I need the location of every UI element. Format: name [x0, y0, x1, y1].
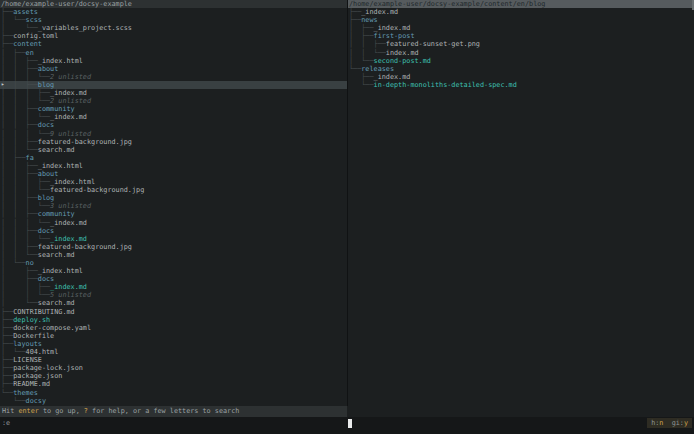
- tree-row[interactable]: │ │ └──search.md: [0, 146, 347, 154]
- tree-branch-lines: │ │ ├──: [1, 243, 38, 251]
- tree-branch-lines: ├──: [1, 8, 13, 16]
- tree-row[interactable]: │ │ │ ├──_index.html: [0, 178, 347, 186]
- flag-value: n: [659, 419, 663, 427]
- tree-branch-lines: │ ├──: [1, 275, 38, 283]
- tree-row[interactable]: ├──package.json: [0, 372, 347, 380]
- tree-row[interactable]: │ │ │ └──_index.md: [0, 219, 347, 227]
- entry-name: _index.html: [38, 162, 83, 170]
- status-text: for help, or a few letters to search: [88, 407, 239, 415]
- entry-name: _index.html: [50, 178, 95, 186]
- tree-row[interactable]: ├──_index.md: [348, 8, 694, 16]
- tree-row[interactable]: └──themes: [0, 389, 347, 397]
- entry-name: LICENSE: [13, 356, 42, 364]
- tree-branch-lines: │ │ │ └──: [1, 73, 50, 81]
- tree-row[interactable]: ├──config.toml: [0, 32, 347, 40]
- tree-row[interactable]: │ │ └──index.md: [348, 49, 694, 57]
- tree-branch-lines: └──: [1, 389, 13, 397]
- flags-display: h:n gi:y: [647, 418, 692, 428]
- entry-name: featured-background.jpg: [50, 186, 144, 194]
- tree-branch-lines: │ │ │ └──: [1, 186, 50, 194]
- tree-row[interactable]: │ │ │ └──2 unlisted: [0, 73, 347, 81]
- entry-name: _index.md: [50, 235, 87, 243]
- tree-row[interactable]: │ │ ├──about: [0, 65, 347, 73]
- tree-branch-lines: └──: [349, 81, 374, 89]
- entry-name: search.md: [38, 251, 75, 259]
- tree-row[interactable]: │ │ │ ├──_index.md: [0, 89, 347, 97]
- tree-branch-lines: │ │ │ ├──: [1, 89, 50, 97]
- tree-row[interactable]: │ │ └──search.md: [0, 251, 347, 259]
- tree-row[interactable]: ├──docker-compose.yaml: [0, 324, 347, 332]
- tree-row[interactable]: ├──_index.md: [348, 73, 694, 81]
- tree-row[interactable]: │ │ ├──docs: [0, 121, 347, 129]
- tree-row[interactable]: │ └──search.md: [0, 299, 347, 307]
- entry-name: _index.html: [38, 267, 83, 275]
- tree-row[interactable]: ├──LICENSE: [0, 356, 347, 364]
- broot-terminal: /home/example-user/docsy-example ├──asse…: [0, 0, 694, 434]
- tree-row[interactable]: │ │ │ └──2 unlisted: [0, 97, 347, 105]
- entry-name: _index.md: [50, 113, 87, 121]
- tree-branch-lines: │ │ │ └──: [1, 235, 50, 243]
- tree-row[interactable]: │ │ ├──about: [0, 170, 347, 178]
- entry-name: community: [38, 210, 75, 218]
- tree-branch-lines: └──: [349, 65, 361, 73]
- tree-row[interactable]: │ └──no: [0, 259, 347, 267]
- input-bar[interactable]: :e h:n gi:y: [0, 417, 694, 434]
- entry-name: Dockerfile: [13, 332, 54, 340]
- tree-row[interactable]: │ │ ├──_index.html: [0, 57, 347, 65]
- tree-row[interactable]: ├──layouts: [0, 340, 347, 348]
- panels-container: /home/example-user/docsy-example ├──asse…: [0, 0, 694, 406]
- entry-name: assets: [13, 8, 38, 16]
- tree-row[interactable]: ├──content: [0, 40, 347, 48]
- entry-name: 404.html: [26, 348, 59, 356]
- tree-row[interactable]: ├──Dockerfile: [0, 332, 347, 340]
- tree-row[interactable]: │ │ ├──featured-background.jpg: [0, 243, 347, 251]
- entry-name: docs: [38, 227, 54, 235]
- tree-row[interactable]: │ │ ├──docs: [0, 227, 347, 235]
- entry-name: search.md: [38, 299, 75, 307]
- entry-name: docker-compose.yaml: [13, 324, 91, 332]
- entry-name: second-post.md: [374, 57, 431, 65]
- entry-name: _index.md: [361, 8, 398, 16]
- entry-name: blog: [38, 81, 54, 89]
- tree-row[interactable]: │ ├──fa: [0, 154, 347, 162]
- tree-branch-lines: │ └──: [1, 16, 26, 24]
- tree-branch-lines: ├──: [1, 380, 13, 388]
- entry-name: themes: [13, 389, 38, 397]
- tree-row[interactable]: ├──deploy.sh: [0, 316, 347, 324]
- tree-branch-lines: │ └──: [349, 57, 374, 65]
- unlisted-count: 9 unlisted: [50, 130, 91, 138]
- tree-branch-lines: │ │ │ └──: [1, 219, 50, 227]
- tree-branch-lines: │ └──: [1, 348, 26, 356]
- tree-row[interactable]: ├──CONTRIBUTING.md: [0, 308, 347, 316]
- tree-row[interactable]: ▸│ │ ├──blog: [0, 81, 347, 89]
- tree-branch-lines: │ │ │ └──: [1, 130, 50, 138]
- unlisted-count: 2 unlisted: [50, 97, 91, 105]
- tree-row[interactable]: │ └──second-post.md: [348, 57, 694, 65]
- tree-branch-lines: ├──: [1, 316, 13, 324]
- tree-branch-lines: │ │ │ └──: [1, 97, 50, 105]
- tree-row[interactable]: └──in-depth-monoliths-detailed-spec.md: [348, 81, 694, 89]
- tree-branch-lines: │ │ └──: [1, 146, 38, 154]
- entry-name: _index.md: [50, 219, 87, 227]
- tree-row[interactable]: │ │ ├──featured-background.jpg: [0, 138, 347, 146]
- tree-row[interactable]: │ ├──en: [0, 49, 347, 57]
- right-panel-tree: ├──_index.md├──news│ ├──_index.md│ ├──fi…: [348, 8, 694, 89]
- command-input[interactable]: :e: [2, 419, 10, 427]
- tree-row[interactable]: │ ├──_index.html: [0, 267, 347, 275]
- tree-row[interactable]: │ │ │ └──_index.md: [0, 235, 347, 243]
- tree-row[interactable]: ├──assets: [0, 8, 347, 16]
- tree-row[interactable]: │ │ ├──_index.html: [0, 162, 347, 170]
- tree-row[interactable]: │ │ ├──featured-sunset-get.png: [348, 40, 694, 48]
- entry-name: _index.md: [374, 73, 411, 81]
- tree-row[interactable]: └──docsy: [0, 397, 347, 405]
- tree-branch-lines: │ │ ├──: [1, 138, 38, 146]
- tree-row[interactable]: │ └──404.html: [0, 348, 347, 356]
- left-panel: /home/example-user/docsy-example ├──asse…: [0, 0, 347, 406]
- tree-row[interactable]: │ │ ├──community: [0, 210, 347, 218]
- tree-row[interactable]: │ │ │ └──9 unlisted: [0, 130, 347, 138]
- tree-row[interactable]: ├──README.md: [0, 380, 347, 388]
- tree-row[interactable]: └──releases: [348, 65, 694, 73]
- tree-branch-lines: │ │ │ ├──: [1, 178, 50, 186]
- entry-name: releases: [361, 65, 394, 73]
- right-panel-path-header: /home/example-user/docsy-example/content…: [348, 0, 694, 8]
